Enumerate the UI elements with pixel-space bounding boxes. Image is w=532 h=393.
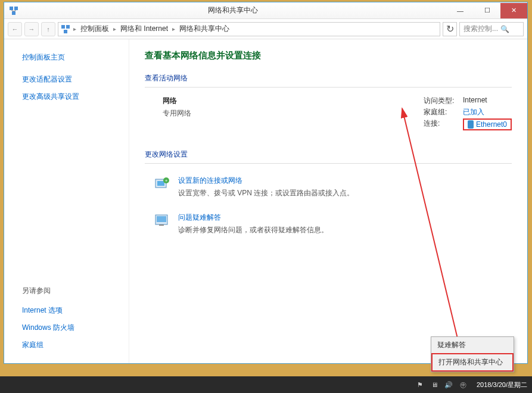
divider bbox=[145, 163, 512, 164]
network-identity: 网络 专用网络 bbox=[163, 96, 191, 132]
back-button[interactable]: ← bbox=[8, 22, 22, 36]
connection-link-highlighted[interactable]: Ethernet0 bbox=[463, 118, 512, 130]
access-type-label: 访问类型: bbox=[424, 96, 459, 106]
content-area: 控制面板主页 更改适配器设置 更改高级共享设置 另请参阅 Internet 选项… bbox=[4, 39, 527, 363]
setup-connection-item: + 设置新的连接或网络 设置宽带、拨号或 VPN 连接；或设置路由器或接入点。 bbox=[145, 172, 512, 209]
tray-flag-icon[interactable]: ⚑ bbox=[416, 380, 424, 389]
svg-rect-1 bbox=[14, 7, 18, 10]
ctx-open-network-center[interactable]: 打开网络和共享中心 bbox=[431, 353, 514, 372]
breadcrumb-item[interactable]: 网络和共享中心 bbox=[178, 24, 231, 34]
network-type: 专用网络 bbox=[163, 108, 191, 118]
sidebar-link-adapter[interactable]: 更改适配器设置 bbox=[11, 71, 122, 88]
change-settings-heading: 更改网络设置 bbox=[145, 149, 512, 160]
ctx-troubleshoot[interactable]: 疑难解答 bbox=[431, 337, 514, 353]
homegroup-label: 家庭组: bbox=[424, 107, 459, 117]
svg-rect-5 bbox=[61, 25, 65, 29]
minimize-button[interactable]: — bbox=[447, 3, 474, 18]
svg-rect-14 bbox=[159, 224, 164, 226]
app-icon bbox=[9, 6, 18, 15]
close-button[interactable]: ✕ bbox=[500, 3, 527, 18]
ethernet-icon bbox=[468, 120, 474, 129]
network-name: 网络 bbox=[163, 96, 191, 106]
svg-line-4 bbox=[14, 10, 16, 11]
chevron-right-icon: ▸ bbox=[71, 26, 78, 32]
breadcrumb[interactable]: ▸ 控制面板 ▸ 网络和 Internet ▸ 网络和共享中心 bbox=[58, 22, 440, 36]
up-button[interactable]: ↑ bbox=[41, 22, 55, 36]
network-center-window: 网络和共享中心 — ☐ ✕ ← → ↑ ▸ 控制面板 ▸ 网络和 Interne… bbox=[4, 2, 528, 364]
page-title: 查看基本网络信息并设置连接 bbox=[145, 50, 512, 61]
chevron-right-icon: ▸ bbox=[170, 26, 177, 32]
window-title: 网络和共享中心 bbox=[18, 5, 447, 15]
network-details: 访问类型: Internet 家庭组: 已加入 连接: Ethernet0 bbox=[424, 96, 512, 132]
main-panel: 查看基本网络信息并设置连接 查看活动网络 网络 专用网络 访问类型: Inter… bbox=[129, 39, 527, 363]
setup-connection-icon: + bbox=[154, 176, 171, 192]
sidebar: 控制面板主页 更改适配器设置 更改高级共享设置 另请参阅 Internet 选项… bbox=[4, 39, 129, 363]
navbar: ← → ↑ ▸ 控制面板 ▸ 网络和 Internet ▸ 网络和共享中心 ↻ … bbox=[4, 19, 527, 39]
tray-context-menu: 疑难解答 打开网络和共享中心 bbox=[431, 336, 514, 372]
svg-rect-0 bbox=[10, 7, 13, 10]
forward-button[interactable]: → bbox=[24, 22, 39, 36]
tray-volume-icon[interactable]: 🔊 bbox=[444, 380, 453, 389]
troubleshoot-item: 问题疑难解答 诊断并修复网络问题，或者获得疑难解答信息。 bbox=[145, 209, 512, 246]
svg-rect-6 bbox=[66, 25, 70, 29]
see-also-heading: 另请参阅 bbox=[11, 282, 122, 302]
setup-connection-desc: 设置宽带、拨号或 VPN 连接；或设置路由器或接入点。 bbox=[178, 188, 354, 198]
breadcrumb-item[interactable]: 网络和 Internet bbox=[119, 24, 169, 34]
active-network-block: 网络 专用网络 访问类型: Internet 家庭组: 已加入 连接: bbox=[145, 96, 512, 132]
svg-line-3 bbox=[11, 10, 14, 11]
breadcrumb-icon bbox=[61, 24, 70, 34]
active-network-heading: 查看活动网络 bbox=[145, 73, 512, 83]
svg-rect-2 bbox=[12, 11, 15, 15]
svg-rect-7 bbox=[64, 30, 67, 33]
control-panel-home-link[interactable]: 控制面板主页 bbox=[11, 49, 122, 71]
connection-value: Ethernet0 bbox=[476, 120, 507, 129]
setup-connection-link[interactable]: 设置新的连接或网络 bbox=[178, 176, 354, 186]
breadcrumb-item[interactable]: 控制面板 bbox=[79, 24, 110, 34]
chevron-right-icon: ▸ bbox=[111, 26, 118, 32]
taskbar: ⚑ 🖥 🔊 ㊥ 2018/3/20/星期二 bbox=[0, 376, 532, 393]
titlebar: 网络和共享中心 — ☐ ✕ bbox=[4, 2, 527, 19]
window-controls: — ☐ ✕ bbox=[447, 3, 527, 18]
access-type-value: Internet bbox=[463, 96, 487, 106]
troubleshoot-link[interactable]: 问题疑难解答 bbox=[178, 213, 328, 223]
divider bbox=[145, 87, 512, 88]
sidebar-link-sharing[interactable]: 更改高级共享设置 bbox=[11, 88, 122, 105]
see-also-firewall[interactable]: Windows 防火墙 bbox=[11, 319, 122, 336]
see-also-homegroup[interactable]: 家庭组 bbox=[11, 336, 122, 354]
connection-label: 连接: bbox=[424, 118, 459, 130]
homegroup-link[interactable]: 已加入 bbox=[463, 107, 484, 117]
svg-rect-13 bbox=[157, 216, 166, 222]
svg-rect-9 bbox=[157, 181, 164, 186]
search-input[interactable]: 搜索控制... 🔍 bbox=[459, 22, 524, 36]
maximize-button[interactable]: ☐ bbox=[474, 3, 500, 18]
troubleshoot-desc: 诊断并修复网络问题，或者获得疑难解答信息。 bbox=[178, 225, 328, 235]
search-placeholder: 搜索控制... bbox=[463, 24, 498, 34]
tray-network-icon[interactable]: 🖥 bbox=[430, 380, 438, 389]
svg-text:+: + bbox=[165, 178, 168, 183]
search-icon: 🔍 bbox=[500, 25, 509, 33]
taskbar-clock[interactable]: 2018/3/20/星期二 bbox=[473, 380, 527, 389]
see-also-internet-options[interactable]: Internet 选项 bbox=[11, 302, 122, 319]
refresh-button[interactable]: ↻ bbox=[443, 22, 457, 36]
troubleshoot-icon bbox=[154, 213, 171, 229]
tray-ime-icon[interactable]: ㊥ bbox=[459, 380, 467, 389]
